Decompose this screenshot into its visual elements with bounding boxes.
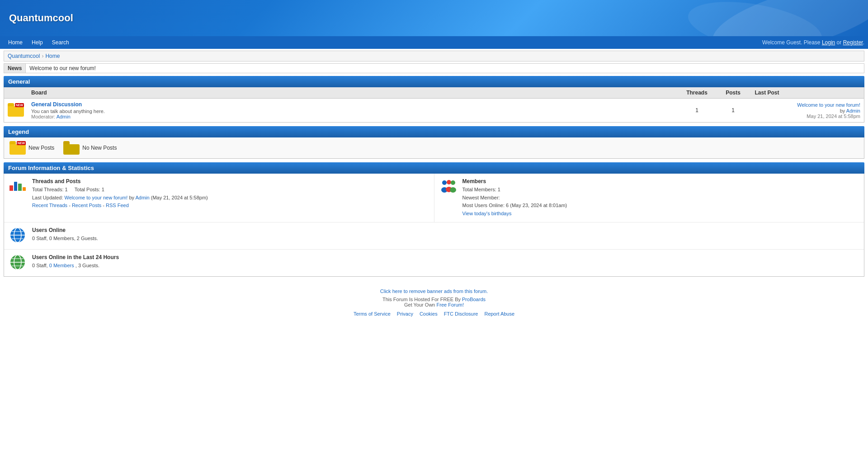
board-table-header-row: Board Threads Posts Last Post xyxy=(4,87,864,99)
svg-point-2 xyxy=(447,180,451,184)
users-online-title: Users Online xyxy=(32,227,859,233)
welcome-text: Welcome Guest. Please xyxy=(762,39,821,46)
users-online-content: Users Online 0 Staff, 0 Members, 2 Guest… xyxy=(32,227,859,243)
users-24h-icon xyxy=(9,254,26,270)
stats-section: Forum Information & Statistics xyxy=(4,162,864,277)
newest-member-label: Newest Member: xyxy=(462,195,500,200)
legend-section-header: Legend xyxy=(4,126,864,137)
news-label: News xyxy=(4,64,26,73)
members-icon-cell xyxy=(440,178,458,196)
recent-threads-link[interactable]: Recent Threads xyxy=(32,203,67,208)
moderator-link[interactable]: Admin xyxy=(57,114,71,119)
board-info-cell: General Discussion You can talk about an… xyxy=(28,99,679,123)
last-updated-link[interactable]: Welcome to your new forum! xyxy=(65,195,128,200)
legend-section: Legend NEW New Posts No New Posts xyxy=(4,126,864,159)
stats-row-3: Users Online in the Last 24 Hours 0 Staf… xyxy=(4,250,864,276)
breadcrumb: Quantumcool › Home xyxy=(4,51,864,61)
stats-users-24h: Users Online in the Last 24 Hours 0 Staf… xyxy=(4,250,864,276)
login-link[interactable]: Login xyxy=(822,39,835,46)
board-description: You can talk about anything here. xyxy=(31,109,675,114)
threads-posts-icon-cell xyxy=(9,178,28,192)
or-text: or xyxy=(837,39,842,46)
footer-links: Terms of Service Privacy Cookies FTC Dis… xyxy=(7,311,861,317)
remove-ads-link[interactable]: Click here to remove banner ads from thi… xyxy=(380,288,488,294)
last-post-author-link[interactable]: Admin xyxy=(846,108,860,113)
recent-posts-link[interactable]: Recent Posts xyxy=(72,203,101,208)
stats-body: Threads and Posts Total Threads: 1 Total… xyxy=(4,174,864,277)
navbar: Home Help Search Welcome Guest. Please L… xyxy=(0,36,868,49)
total-posts-value: 1 xyxy=(102,187,104,192)
chart-bar-green xyxy=(18,184,22,191)
chart-bar-orange xyxy=(23,187,26,191)
total-posts-label: Total Posts: xyxy=(75,187,102,192)
chart-bar-red xyxy=(9,185,13,191)
new-posts-folder-icon: NEW xyxy=(8,103,24,117)
legend-no-new-posts: No New Posts xyxy=(63,141,117,155)
board-name-link[interactable]: General Discussion xyxy=(31,101,82,108)
get-free-text: Get Your Own xyxy=(404,302,435,307)
stats-members: Members Total Members: 1 Newest Member: … xyxy=(434,174,864,222)
stats-users-online: Users Online 0 Staff, 0 Members, 2 Guest… xyxy=(4,222,864,249)
legend-new-posts-icon: NEW xyxy=(9,141,26,155)
nav-help[interactable]: Help xyxy=(27,38,47,47)
footer-hosted-by: This Forum Is Hosted For FREE By ProBoar… xyxy=(7,297,861,302)
members-title: Members xyxy=(462,178,859,184)
total-threads-label: Total Threads: xyxy=(32,187,65,192)
last-updated-author[interactable]: Admin xyxy=(136,195,150,200)
free-forum-link[interactable]: Free Forum! xyxy=(437,302,464,307)
register-link[interactable]: Register xyxy=(843,39,863,46)
newsbar: News Welcome to our new forum! xyxy=(4,63,864,73)
nav-home[interactable]: Home xyxy=(4,38,27,47)
view-birthdays-link[interactable]: View today's birthdays xyxy=(462,211,512,216)
breadcrumb-sep1: › xyxy=(42,53,43,59)
site-title: Quantumcool xyxy=(9,12,73,24)
dash1: - xyxy=(69,203,72,208)
folder-body xyxy=(63,144,80,155)
footer-privacy-link[interactable]: Privacy xyxy=(397,311,413,317)
members-detail: Total Members: 1 Newest Member: Most Use… xyxy=(462,186,859,217)
legend-new-posts-label: New Posts xyxy=(28,145,54,151)
users-24h-detail: 0 Staff, 0 Members , 3 Guests. xyxy=(32,262,859,270)
stats-threads-posts: Threads and Posts Total Threads: 1 Total… xyxy=(4,174,434,222)
users-24h-prefix: 0 Staff, xyxy=(32,263,49,268)
footer-cookies-link[interactable]: Cookies xyxy=(420,311,438,317)
legend-new-posts: NEW New Posts xyxy=(9,141,54,155)
users-24h-suffix: , 3 Guests. xyxy=(75,263,99,268)
last-post-title-link[interactable]: Welcome to your new forum! xyxy=(797,102,860,108)
svg-point-5 xyxy=(450,187,456,193)
last-post-link: Welcome to your new forum! xyxy=(755,102,861,108)
last-updated-date: (May 21, 2024 at 5:58pm) xyxy=(151,195,208,200)
folder-tab xyxy=(8,103,14,106)
footer-ftc-link[interactable]: FTC Disclosure xyxy=(444,311,478,317)
board-icon-cell: NEW xyxy=(4,99,28,123)
last-post-by: by Admin xyxy=(755,108,861,113)
general-section-header: General xyxy=(4,76,864,87)
footer-remove-ads: Click here to remove banner ads from thi… xyxy=(7,288,861,294)
news-text: Welcome to our new forum! xyxy=(26,64,99,73)
threads-posts-detail: Total Threads: 1 Total Posts: 1 Last Upd… xyxy=(32,186,429,210)
col-board-name: Board xyxy=(28,87,679,99)
last-post-date: May 21, 2024 at 5:58pm xyxy=(755,113,861,119)
site-header: Quantumcool xyxy=(0,0,868,36)
board-moderator: Moderator: Admin xyxy=(31,114,675,119)
footer-abuse-link[interactable]: Report Abuse xyxy=(484,311,514,317)
folder-tab xyxy=(63,141,70,144)
proboards-link[interactable]: ProBoards xyxy=(462,297,486,302)
stats-row-2: Users Online 0 Staff, 0 Members, 2 Guest… xyxy=(4,222,864,250)
most-online-label: Most Users Online: xyxy=(462,203,506,208)
footer-tos-link[interactable]: Terms of Service xyxy=(354,311,391,317)
users-online-detail: 0 Staff, 0 Members, 2 Guests. xyxy=(32,235,859,243)
footer-free-forum: Get Your Own Free Forum! xyxy=(7,302,861,307)
svg-point-0 xyxy=(442,180,447,185)
legend-body: NEW New Posts No New Posts xyxy=(4,137,864,159)
rss-feed-link[interactable]: RSS Feed xyxy=(106,203,129,208)
breadcrumb-root[interactable]: Quantumcool xyxy=(8,53,40,59)
threads-posts-title: Threads and Posts xyxy=(32,178,429,184)
breadcrumb-current[interactable]: Home xyxy=(45,53,60,59)
folder-body xyxy=(9,144,26,155)
legend-no-new-posts-label: No New Posts xyxy=(82,145,117,151)
nav-right: Welcome Guest. Please Login or Register. xyxy=(762,39,864,46)
chart-icon xyxy=(9,178,26,191)
nav-search[interactable]: Search xyxy=(47,38,74,47)
members-24h-link[interactable]: 0 Members xyxy=(49,263,74,268)
